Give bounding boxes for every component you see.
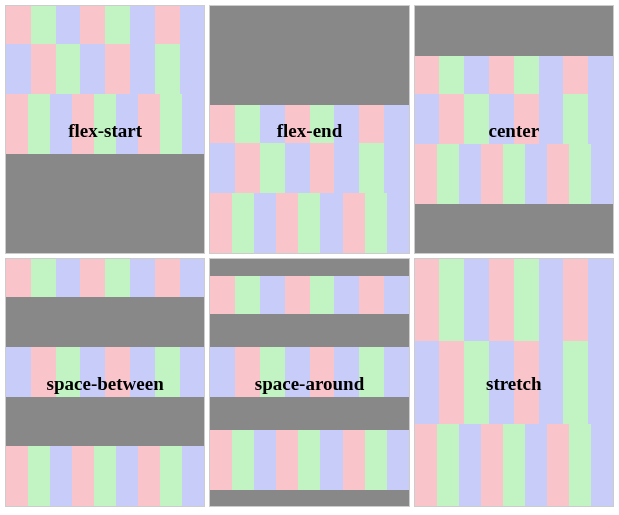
flex-item (105, 347, 130, 397)
flex-item (72, 94, 94, 154)
flex-item (415, 424, 437, 506)
flex-item (94, 94, 116, 154)
flex-item (539, 259, 564, 341)
flex-item (320, 193, 342, 253)
flex-item (155, 259, 180, 297)
flex-item (105, 259, 130, 297)
flex-item (116, 446, 138, 506)
flex-line (210, 276, 408, 314)
flex-line (6, 259, 204, 297)
flex-item (285, 105, 310, 143)
flex-line (6, 347, 204, 397)
panel-space-between: space-between (5, 258, 205, 507)
flex-item (138, 94, 160, 154)
flex-item (481, 424, 503, 506)
flex-item (298, 193, 320, 253)
flex-item (588, 341, 613, 423)
flex-item (50, 446, 72, 506)
flex-item (464, 259, 489, 341)
flex-item (80, 44, 105, 94)
flex-item (547, 144, 569, 204)
flex-item (6, 94, 28, 154)
flex-line (415, 341, 613, 423)
flex-container (415, 6, 613, 253)
flex-item (260, 143, 285, 193)
flex-item (235, 276, 260, 314)
panel-center: center (414, 5, 614, 254)
flex-item (50, 94, 72, 154)
flex-item (180, 259, 205, 297)
flex-item (384, 276, 409, 314)
flex-item (72, 446, 94, 506)
flex-item (415, 341, 440, 423)
flex-item (489, 259, 514, 341)
flex-line (6, 94, 204, 154)
flex-item (514, 341, 539, 423)
flex-item (235, 347, 260, 397)
align-content-diagram: flex-start (0, 0, 619, 512)
panel-flex-end: flex-end (209, 5, 409, 254)
flex-item (384, 347, 409, 397)
flex-container (210, 6, 408, 253)
flex-item (588, 56, 613, 94)
flex-item (563, 56, 588, 94)
flex-item (180, 44, 205, 94)
flex-item (387, 430, 409, 490)
flex-item (254, 193, 276, 253)
flex-item (334, 105, 359, 143)
flex-item (105, 6, 130, 44)
flex-container (415, 259, 613, 506)
flex-line (415, 259, 613, 341)
flex-item (160, 94, 182, 154)
flex-item (489, 341, 514, 423)
flex-item (503, 424, 525, 506)
flex-item (464, 341, 489, 423)
flex-item (285, 347, 310, 397)
flex-item (155, 347, 180, 397)
flex-line (210, 143, 408, 193)
flex-item (130, 6, 155, 44)
flex-item (525, 144, 547, 204)
flex-item (437, 144, 459, 204)
flex-item (160, 446, 182, 506)
panel-space-around: space-around (209, 258, 409, 507)
flex-item (334, 143, 359, 193)
flex-item (588, 94, 613, 144)
flex-item (182, 446, 204, 506)
flex-item (298, 430, 320, 490)
flex-item (28, 446, 50, 506)
flex-item (260, 276, 285, 314)
flex-item (334, 276, 359, 314)
flex-item (285, 276, 310, 314)
flex-item (588, 259, 613, 341)
flex-item (105, 44, 130, 94)
flex-item (514, 56, 539, 94)
flex-item (254, 430, 276, 490)
flex-item (539, 341, 564, 423)
flex-item (384, 105, 409, 143)
flex-line (210, 430, 408, 490)
panel-flex-start: flex-start (5, 5, 205, 254)
flex-item (547, 424, 569, 506)
flex-item (31, 6, 56, 44)
flex-item (235, 105, 260, 143)
flex-item (464, 56, 489, 94)
flex-item (235, 143, 260, 193)
flex-item (387, 193, 409, 253)
flex-item (310, 143, 335, 193)
flex-line (210, 105, 408, 143)
flex-item (130, 347, 155, 397)
flex-item (116, 94, 138, 154)
flex-item (569, 144, 591, 204)
flex-line (415, 144, 613, 204)
flex-item (591, 144, 613, 204)
flex-item (359, 276, 384, 314)
flex-item (210, 193, 232, 253)
flex-item (334, 347, 359, 397)
flex-item (503, 144, 525, 204)
flex-item (539, 56, 564, 94)
flex-line (415, 424, 613, 506)
flex-line (6, 44, 204, 94)
flex-item (6, 259, 31, 297)
flex-item (56, 347, 81, 397)
